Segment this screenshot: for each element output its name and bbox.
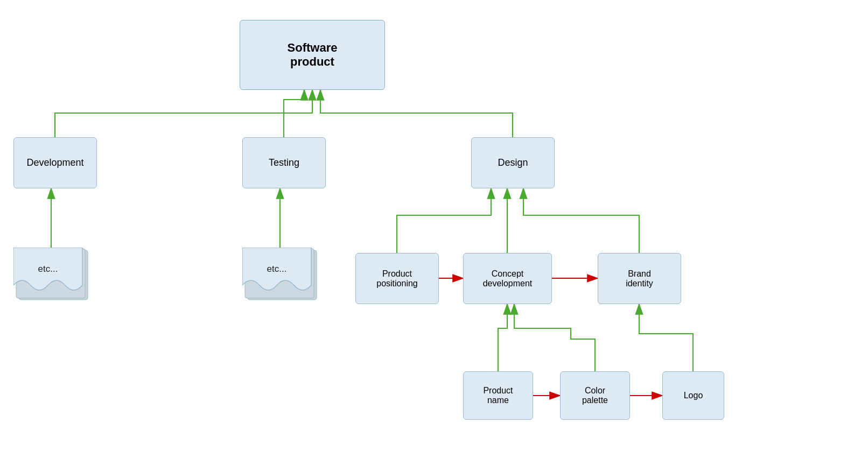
node-testing: Testing xyxy=(242,137,326,188)
node-concept-development: Concept development xyxy=(463,253,552,304)
arrows-svg xyxy=(0,0,868,465)
note-stack-etc1: etc... xyxy=(13,248,89,307)
node-design: Design xyxy=(471,137,555,188)
svg-text:etc...: etc... xyxy=(38,264,58,274)
svg-text:etc...: etc... xyxy=(267,264,287,274)
node-product-name: Product name xyxy=(463,371,533,420)
node-product-positioning: Product positioning xyxy=(355,253,439,304)
node-logo: Logo xyxy=(662,371,724,420)
node-brand-identity: Brand identity xyxy=(598,253,681,304)
note-stack-etc2: etc... xyxy=(242,248,318,307)
node-color-palette: Color palette xyxy=(560,371,630,420)
diagram-container: Software product Development Testing Des… xyxy=(0,0,868,465)
node-software-product: Software product xyxy=(240,20,385,90)
node-development: Development xyxy=(13,137,97,188)
